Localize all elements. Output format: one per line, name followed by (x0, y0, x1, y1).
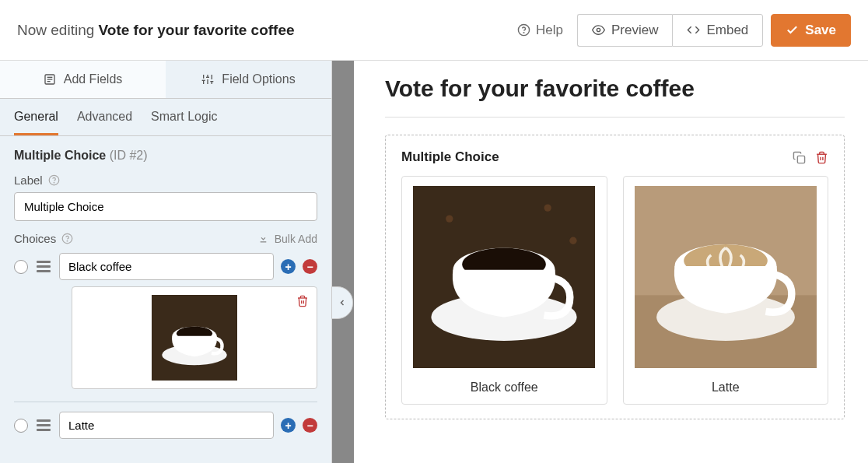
trash-icon[interactable] (815, 151, 828, 164)
editing-title: Now editing Vote for your favorite coffe… (17, 22, 295, 39)
field-card-actions (793, 151, 828, 164)
option-card[interactable]: Latte (623, 176, 829, 405)
choice-image-thumbnail (152, 295, 237, 381)
choice-divider (14, 402, 317, 402)
sidebar: Add Fields Field Options General Advance… (0, 61, 332, 463)
sidebar-tabs: Add Fields Field Options (0, 61, 331, 99)
bulk-add-button[interactable]: Bulk Add (258, 233, 317, 245)
tab-add-fields[interactable]: Add Fields (0, 61, 166, 98)
gutter (332, 61, 354, 463)
download-icon (258, 233, 268, 244)
choice-row: + − (14, 253, 317, 280)
chevron-left-icon (338, 298, 347, 307)
help-circle-icon[interactable] (48, 174, 60, 186)
form-icon (44, 73, 56, 86)
help-label: Help (536, 23, 563, 38)
bulk-add-label: Bulk Add (275, 233, 317, 245)
preview-divider (385, 117, 845, 118)
trash-icon (296, 295, 309, 307)
label-caption-text: Label (14, 174, 43, 187)
svg-rect-24 (797, 156, 804, 163)
sliders-icon (201, 73, 214, 86)
top-bar: Now editing Vote for your favorite coffe… (0, 0, 868, 61)
field-id: (ID #2) (110, 149, 148, 162)
form-preview: Vote for your favorite coffee Multiple C… (354, 61, 868, 463)
delete-image-button[interactable] (296, 295, 309, 310)
radio-preview (14, 419, 28, 433)
save-label: Save (805, 23, 836, 38)
svg-point-27 (544, 204, 551, 211)
radio-preview (14, 260, 28, 274)
help-circle-icon[interactable] (61, 233, 73, 244)
svg-point-17 (54, 182, 54, 183)
remove-choice-button[interactable]: − (303, 418, 317, 433)
field-card-header: Multiple Choice (401, 149, 828, 165)
code-icon (687, 23, 700, 37)
tab-field-options[interactable]: Field Options (166, 61, 331, 98)
svg-point-1 (523, 33, 524, 33)
option-label: Latte (712, 381, 740, 395)
options-panel: Multiple Choice (ID #2) Label Choices Bu… (0, 136, 331, 463)
field-type-name: Multiple Choice (14, 149, 106, 162)
svg-point-26 (446, 215, 453, 222)
help-link[interactable]: Help (511, 18, 569, 43)
help-circle-icon (517, 23, 530, 37)
label-caption: Label (14, 174, 317, 187)
drag-handle-icon[interactable] (35, 259, 52, 274)
subtab-general[interactable]: General (14, 110, 58, 135)
option-cards: Black coffee Latte (401, 176, 828, 405)
eye-icon (592, 23, 605, 37)
add-choice-button[interactable]: + (281, 259, 296, 274)
choices-header: Choices Bulk Add (14, 232, 317, 245)
field-type-heading: Multiple Choice (ID #2) (14, 149, 317, 163)
tab-field-options-label: Field Options (222, 72, 295, 86)
form-title: Vote for your favorite coffee (99, 22, 295, 38)
choices-caption-text: Choices (14, 232, 56, 245)
collapse-sidebar-button[interactable] (331, 286, 353, 319)
preview-title: Vote for your favorite coffee (385, 75, 712, 103)
preview-label: Preview (611, 23, 658, 38)
subtab-advanced[interactable]: Advanced (77, 110, 132, 135)
subtab-smart-logic[interactable]: Smart Logic (151, 110, 217, 135)
choice-image-box (72, 286, 317, 389)
embed-button[interactable]: Embed (672, 14, 763, 47)
editing-prefix: Now editing (17, 22, 99, 38)
main-area: Add Fields Field Options General Advance… (0, 61, 868, 463)
label-input[interactable] (14, 192, 317, 221)
label-row: Label (14, 174, 317, 221)
preview-embed-group: Preview Embed (577, 14, 763, 47)
choice-input[interactable] (59, 412, 274, 439)
svg-point-2 (597, 28, 600, 31)
option-label: Black coffee (471, 381, 538, 395)
subtabs: General Advanced Smart Logic (0, 99, 331, 136)
choices-caption: Choices (14, 232, 73, 245)
save-button[interactable]: Save (771, 14, 851, 47)
field-card[interactable]: Multiple Choice (385, 135, 845, 419)
choice-input[interactable] (59, 253, 274, 280)
svg-point-19 (67, 240, 68, 241)
option-card[interactable]: Black coffee (401, 176, 607, 405)
embed-label: Embed (706, 23, 748, 38)
drag-handle-icon[interactable] (35, 418, 52, 433)
check-icon (786, 23, 799, 37)
tab-add-fields-label: Add Fields (64, 72, 123, 86)
duplicate-icon[interactable] (793, 151, 806, 164)
remove-choice-button[interactable]: − (303, 259, 317, 274)
svg-point-28 (569, 237, 576, 244)
choice-row: + − (14, 412, 317, 439)
add-choice-button[interactable]: + (281, 418, 296, 433)
field-card-title: Multiple Choice (401, 149, 499, 165)
option-image (635, 186, 817, 368)
top-actions: Help Preview Embed Save (511, 14, 851, 47)
preview-button[interactable]: Preview (577, 14, 672, 47)
option-image (413, 186, 595, 368)
